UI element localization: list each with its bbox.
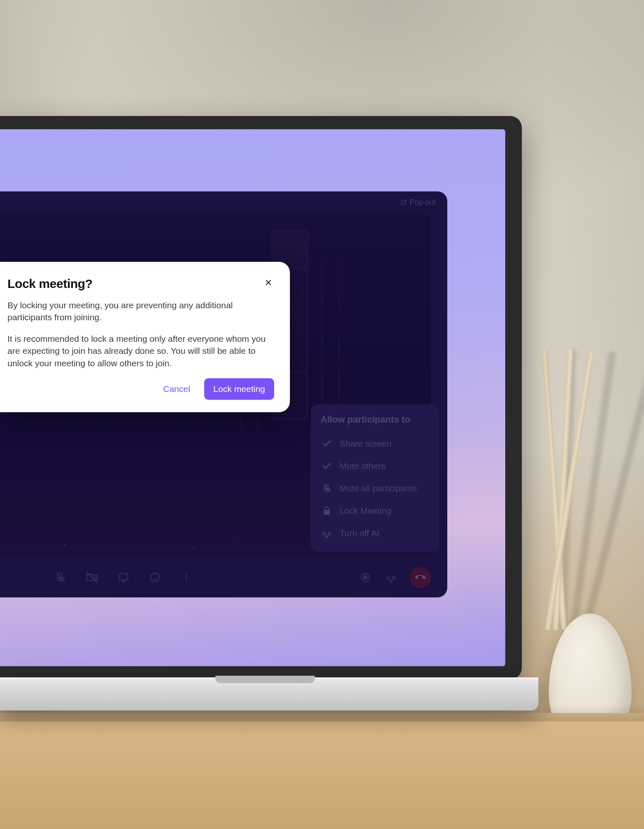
- close-icon: [265, 279, 272, 286]
- record-button[interactable]: [359, 571, 372, 584]
- svg-rect-1: [119, 574, 128, 580]
- laptop-screen: Pop-out: [0, 129, 505, 666]
- host-item-label: Mute all participants: [340, 483, 417, 493]
- lock-meeting-dialog: Lock meeting? By locking your meeting, y…: [0, 262, 290, 412]
- app-topbar: Pop-out: [0, 191, 447, 213]
- desk-surface: [0, 713, 644, 829]
- check-icon: [321, 461, 332, 471]
- more-options-button[interactable]: [180, 571, 193, 584]
- mic-toggle-button[interactable]: [54, 571, 67, 584]
- scene-background: Pop-out: [0, 0, 644, 829]
- mic-off-icon: [321, 483, 332, 494]
- meeting-toolbar: [0, 558, 447, 597]
- check-icon: [321, 438, 332, 449]
- laptop-bezel: Pop-out: [0, 116, 522, 679]
- svg-point-5: [186, 580, 187, 581]
- hangup-button[interactable]: [410, 567, 431, 588]
- video-toggle-button[interactable]: [85, 571, 99, 584]
- host-item-label: Share screen: [340, 439, 391, 449]
- host-menu-title: Allow participants to: [321, 414, 429, 425]
- laptop: Pop-out: [0, 116, 530, 721]
- popout-icon: [400, 199, 407, 205]
- host-item-turn-off-ai[interactable]: Turn off AI: [321, 522, 429, 544]
- host-item-label: Turn off AI: [340, 528, 379, 538]
- dialog-close-button[interactable]: [263, 277, 274, 288]
- host-controls-menu: Allow participants to Share screen: [311, 404, 439, 552]
- popout-label: Pop-out: [410, 198, 436, 207]
- host-item-share-screen[interactable]: Share screen: [321, 433, 429, 455]
- screen-share-button[interactable]: [117, 571, 130, 584]
- popout-button[interactable]: Pop-out: [400, 198, 436, 207]
- host-item-lock-meeting[interactable]: Lock Meeting: [321, 500, 429, 522]
- phone-down-icon: [415, 572, 426, 583]
- host-item-mute-others[interactable]: Mute others: [321, 455, 429, 477]
- host-item-mute-all[interactable]: Mute all participants: [321, 477, 429, 500]
- svg-point-2: [151, 573, 159, 582]
- svg-point-4: [186, 577, 187, 578]
- emoji-button[interactable]: [148, 571, 162, 584]
- dialog-paragraph: It is recommended to lock a meeting only…: [7, 333, 274, 369]
- cancel-button[interactable]: Cancel: [157, 378, 197, 400]
- svg-point-3: [186, 574, 187, 575]
- laptop-base: [0, 677, 538, 711]
- svg-point-7: [364, 576, 367, 580]
- ai-icon: [321, 528, 332, 539]
- host-item-label: Mute others: [340, 461, 386, 471]
- lock-icon: [321, 505, 332, 516]
- host-item-label: Lock Meeting: [340, 506, 391, 516]
- ai-button[interactable]: [384, 571, 398, 584]
- dialog-paragraph: By locking your meeting, you are prevent…: [7, 299, 274, 324]
- dialog-title: Lock meeting?: [7, 277, 92, 291]
- lock-meeting-button[interactable]: Lock meeting: [204, 378, 274, 400]
